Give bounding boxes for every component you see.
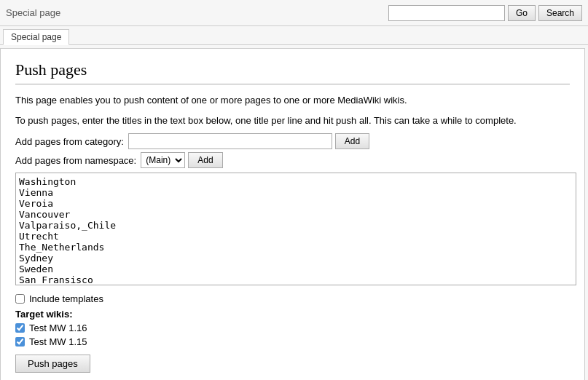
wiki-label-1: Test MW 1.15 [29,336,87,347]
add-namespace-button[interactable]: Add [188,152,222,168]
wiki-checkbox-1[interactable] [15,337,25,347]
go-button[interactable]: Go [508,5,536,21]
include-templates-checkbox[interactable] [15,294,25,304]
push-pages-button[interactable]: Push pages [15,355,90,373]
description-2: To push pages, enter the titles in the t… [15,114,570,128]
pages-textarea[interactable]: Washington Vienna Veroia Vancouver Valpa… [15,173,576,285]
add-from-category-label: Add pages from category: [15,136,124,147]
namespace-select[interactable]: (Main) [141,152,185,168]
wiki-row-1: Test MW 1.15 [15,336,570,347]
add-from-namespace-label: Add pages from namespace: [15,155,136,166]
add-from-category-input[interactable] [128,133,332,149]
search-button[interactable]: Search [538,5,582,21]
page-title: Push pages [15,60,570,84]
wiki-label-0: Test MW 1.16 [29,322,87,333]
wiki-checkbox-0[interactable] [15,323,25,333]
special-page-tab-nav[interactable]: Special page [3,29,69,45]
wiki-row-0: Test MW 1.16 [15,322,570,333]
include-templates-label: Include templates [29,293,103,304]
special-page-tab: Special page [6,7,60,18]
target-wikis-label: Target wikis: [15,309,570,320]
description-1: This page enables you to push content of… [15,93,570,108]
add-from-category-button[interactable]: Add [335,133,369,149]
search-input[interactable] [388,5,505,21]
